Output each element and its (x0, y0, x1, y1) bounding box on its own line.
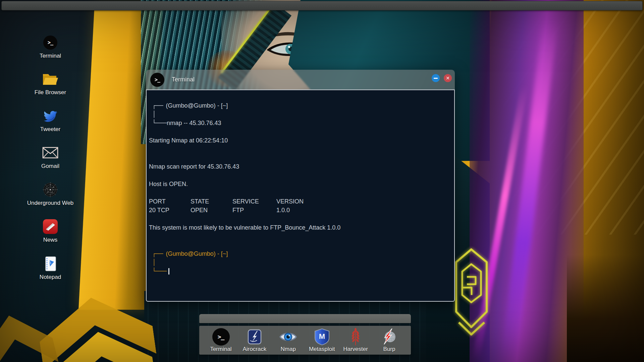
dock-item-metasploit[interactable]: M Metasploit (306, 328, 338, 353)
harvester-wheat-icon (351, 328, 361, 346)
prompt-line: │ (147, 110, 454, 119)
dock-item-label: Airocrack (243, 346, 266, 353)
desktop-icon-label: Terminal (40, 52, 61, 60)
text-cursor (168, 268, 169, 275)
output-line: Nmap scan report for 45.30.76.43 (147, 162, 454, 171)
minimize-icon (434, 78, 438, 79)
desktop-icon-label: Tweeter (40, 126, 60, 133)
terminal-window: >_ Terminal ✕ ┌──(Gumbo@Gumbo) - [~] │ └… (146, 70, 455, 302)
prompt-corner-glyph: ┌── (152, 102, 163, 109)
dock-item-label: Burp (383, 346, 395, 353)
output-line: Host is OPEN. (147, 180, 454, 188)
desktop-icon-terminal[interactable]: >_ Terminal (23, 34, 77, 60)
terminal-titlebar[interactable]: >_ Terminal ✕ (146, 70, 455, 89)
folder-icon (42, 71, 59, 87)
prompt-corner-glyph: └─── (152, 119, 167, 126)
dock-item-label: Nmap (281, 346, 296, 353)
prompt-corner-glyph: ┌── (152, 250, 163, 257)
desktop-icon-label: News (43, 236, 58, 244)
prompt-input-line[interactable]: └─── (147, 267, 454, 276)
window-title: Terminal (172, 76, 195, 83)
desktop-icon-label: Underground Web (27, 199, 74, 207)
dock-item-burp[interactable]: Burp (373, 328, 406, 353)
close-button[interactable]: ✕ (444, 74, 452, 82)
news-icon (43, 218, 58, 235)
nmap-eye-icon (279, 328, 297, 346)
dock-item-label: Harvester (343, 346, 368, 353)
prompt-pipe-glyph: │ (152, 259, 156, 266)
dock-item-nmap[interactable]: Nmap (272, 328, 305, 353)
scan-table-header: PORTSTATESERVICEVERSION (147, 197, 454, 206)
desktop-icon-notepad[interactable]: Notepad (23, 255, 77, 281)
prompt-line: │ (147, 258, 454, 267)
desktop-icon-tweeter[interactable]: Tweeter (23, 108, 77, 133)
desktop-icon-news[interactable]: News (23, 218, 77, 244)
airocrack-icon (247, 328, 262, 346)
prompt-user: (Gumbo@Gumbo) - [~] (166, 102, 228, 109)
desktop-icon-label: Notepad (40, 274, 61, 281)
terminal-icon: >_ (212, 328, 230, 346)
prompt-line: ┌──(Gumbo@Gumbo) - [~] (147, 249, 454, 258)
notepad-icon (44, 255, 57, 272)
prompt-user: (Gumbo@Gumbo) - [~] (166, 250, 228, 257)
metasploit-shield-icon: M (315, 328, 329, 346)
top-bar (1, 1, 643, 10)
output-line: Starting Nmap at 06:22:54:10 (147, 136, 454, 145)
svg-text:M: M (319, 332, 325, 341)
dock-item-terminal[interactable]: >_ Terminal (205, 328, 237, 353)
desktop-icon-label: Gomail (41, 163, 59, 170)
prompt-command-line: └───nmap -- 45.30.76.43 (147, 119, 454, 127)
desktop-screen: >_ Terminal File Browser Tweeter (0, 0, 644, 362)
minimize-button[interactable] (432, 74, 440, 82)
dark-web-icon (42, 181, 59, 198)
command-text: nmap -- 45.30.76.43 (167, 120, 221, 126)
dock-strip (199, 314, 411, 323)
prompt-line: ┌──(Gumbo@Gumbo) - [~] (147, 101, 454, 110)
close-icon: ✕ (446, 76, 450, 80)
desktop-icon-file-browser[interactable]: File Browser (23, 71, 77, 96)
terminal-icon: >_ (43, 34, 57, 51)
dock-item-airocrack[interactable]: Airocrack (238, 328, 271, 353)
vulnerability-line: This system is most likely to be vulnera… (147, 223, 454, 232)
desktop-icon-label: File Browser (35, 89, 66, 96)
terminal-icon: >_ (150, 73, 164, 87)
envelope-icon (42, 144, 58, 161)
prompt-corner-glyph: └─── (152, 267, 167, 275)
burp-lightning-icon (381, 328, 397, 346)
dock: >_ Terminal Airocrack (199, 326, 411, 355)
dock-item-harvester[interactable]: Harvester (339, 328, 372, 353)
scan-table-row: 20 TCPOPENFTP1.0.0 (147, 206, 454, 215)
dock-item-label: Terminal (210, 346, 231, 353)
desktop-icon-underground-web[interactable]: Underground Web (23, 181, 77, 207)
terminal-body[interactable]: ┌──(Gumbo@Gumbo) - [~] │ └───nmap -- 45.… (146, 89, 455, 302)
prompt-pipe-glyph: │ (152, 111, 156, 118)
bird-icon (43, 108, 58, 124)
desktop-icon-gomail[interactable]: Gomail (23, 144, 77, 170)
dock-item-label: Metasploit (309, 346, 335, 353)
